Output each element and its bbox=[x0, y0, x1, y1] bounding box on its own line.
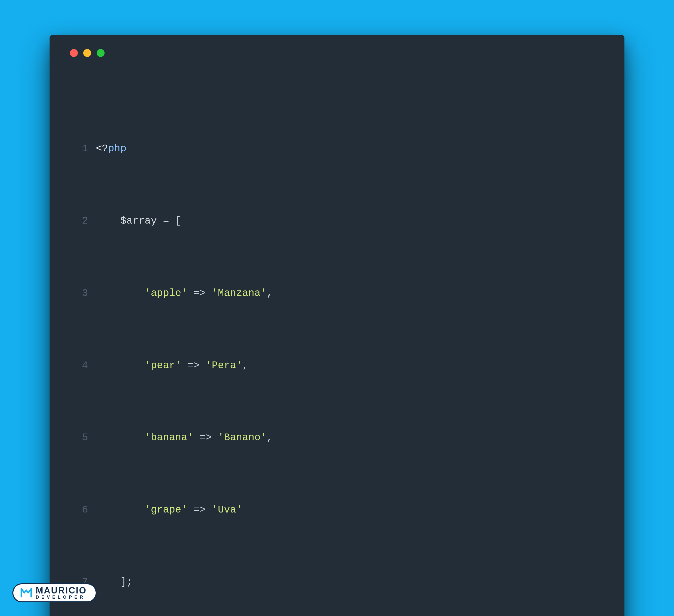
code-line: 3 'apple' => 'Manzana', bbox=[65, 284, 609, 302]
code-content: 'apple' => 'Manzana', bbox=[96, 284, 609, 302]
code-line: 7 ]; bbox=[65, 573, 609, 591]
logo-icon bbox=[20, 587, 32, 599]
code-content: 'pear' => 'Pera', bbox=[96, 356, 609, 374]
zoom-dot-icon bbox=[97, 49, 105, 57]
code-line: 5 'banana' => 'Banano', bbox=[65, 429, 609, 447]
code-line: 2 $array = [ bbox=[65, 212, 609, 230]
code-block: 1 <?php 2 $array = [ 3 'apple' => 'Manza… bbox=[65, 67, 609, 616]
code-line: 4 'pear' => 'Pera', bbox=[65, 356, 609, 374]
code-content: ]; bbox=[96, 573, 609, 591]
minimize-dot-icon bbox=[83, 49, 91, 57]
code-content: <?php bbox=[96, 140, 609, 158]
line-number: 4 bbox=[65, 356, 96, 374]
line-number: 6 bbox=[65, 501, 96, 519]
code-editor-window: 1 <?php 2 $array = [ 3 'apple' => 'Manza… bbox=[49, 35, 625, 616]
line-number: 5 bbox=[65, 429, 96, 447]
badge-name: MAURICIO bbox=[36, 586, 87, 595]
author-badge: MAURICIO DEVELOPER bbox=[12, 583, 97, 602]
badge-sub: DEVELOPER bbox=[36, 595, 87, 599]
line-number: 1 bbox=[65, 140, 96, 158]
code-line: 1 <?php bbox=[65, 140, 609, 158]
line-number: 3 bbox=[65, 284, 96, 302]
badge-text: MAURICIO DEVELOPER bbox=[36, 586, 87, 599]
code-line: 6 'grape' => 'Uva' bbox=[65, 501, 609, 519]
code-content: 'banana' => 'Banano', bbox=[96, 429, 609, 447]
window-traffic-lights bbox=[70, 49, 609, 57]
code-content: 'grape' => 'Uva' bbox=[96, 501, 609, 519]
code-content: $array = [ bbox=[96, 212, 609, 230]
line-number: 2 bbox=[65, 212, 96, 230]
close-dot-icon bbox=[70, 49, 78, 57]
